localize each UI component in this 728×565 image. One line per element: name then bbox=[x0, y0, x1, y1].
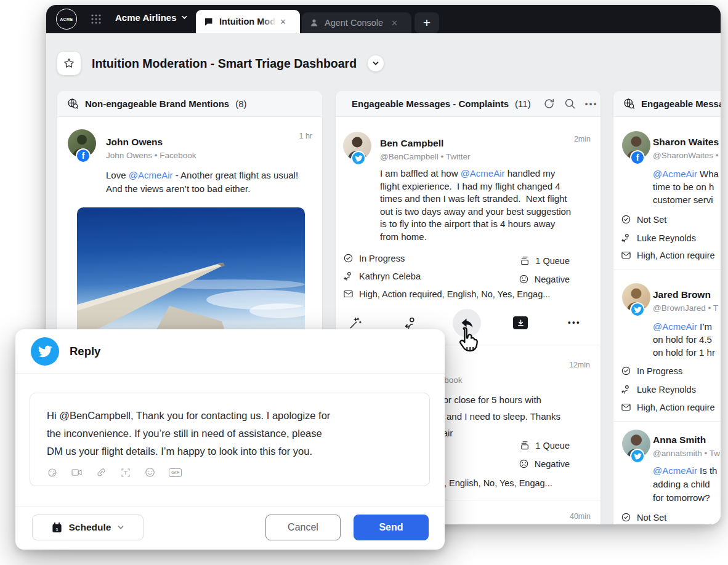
video-icon[interactable] bbox=[71, 467, 83, 478]
reply-textarea[interactable]: Hi @BenCampbell, Thank you for contactin… bbox=[30, 393, 430, 486]
post-text: Love @AcmeAir - Another great flight as … bbox=[106, 169, 298, 196]
mention-link[interactable]: @AcmeAir bbox=[129, 170, 173, 180]
queue-field: 1 Queue bbox=[519, 255, 570, 266]
assign-button[interactable] bbox=[404, 316, 418, 330]
reply-message: Hi @BenCampbell, Thank you for contactin… bbox=[47, 407, 330, 460]
dashboard-menu-button[interactable] bbox=[368, 55, 384, 71]
post-handle: @BrownJared • T bbox=[653, 303, 718, 313]
post-handle: @SharonWaites • bbox=[653, 151, 718, 160]
acme-logo-text: ACME bbox=[60, 17, 73, 22]
tab-intuition-moderation[interactable]: Intuition Moder ✕ bbox=[196, 10, 300, 33]
workspace-selector[interactable]: Acme Airlines bbox=[115, 12, 188, 23]
app-launcher-icon[interactable] bbox=[91, 14, 102, 25]
post-time: 40min bbox=[570, 512, 591, 521]
workspace-label: Acme Airlines bbox=[115, 12, 177, 23]
tags-field: High, Action require bbox=[621, 402, 715, 412]
mention-link[interactable]: @AcmeAir bbox=[653, 321, 697, 332]
topbar: ACME Acme Airlines Intuition Moder ✕ bbox=[46, 5, 721, 33]
screen: ACME Acme Airlines Intuition Moder ✕ bbox=[0, 0, 728, 565]
tab-agent-console[interactable]: Agent Console ✕ bbox=[302, 12, 411, 33]
dashboard-title-row: Intuition Moderation - Smart Triage Dash… bbox=[57, 52, 384, 75]
column-header[interactable]: Non-engageable Brand Mentions (8) bbox=[57, 91, 322, 117]
mention-link[interactable]: @AcmeAir bbox=[461, 168, 505, 178]
post-text: I am baffled at how @AcmeAir handled my … bbox=[380, 167, 571, 243]
post-author: Sharon Waites bbox=[653, 137, 719, 148]
mention-link[interactable]: @AcmeAir bbox=[653, 169, 697, 179]
twitter-icon bbox=[351, 151, 366, 166]
assignee-icon bbox=[343, 271, 354, 281]
tags-icon bbox=[343, 289, 354, 299]
chevron-down-icon bbox=[372, 60, 379, 67]
reply-modal-header: Reply bbox=[15, 329, 445, 374]
close-tab-icon[interactable]: ✕ bbox=[280, 18, 286, 26]
send-button[interactable]: Send bbox=[354, 515, 429, 540]
post-time: 2min bbox=[574, 135, 591, 143]
post-handle: @BenCampbell • Twitter bbox=[380, 152, 471, 161]
twitter-icon bbox=[630, 302, 645, 317]
tags-field: High, Action required, English, No, Yes,… bbox=[343, 289, 550, 299]
post-divider bbox=[613, 270, 721, 270]
column-title: Non-engageable Brand Mentions bbox=[85, 98, 229, 109]
post-author: John Owens bbox=[106, 137, 163, 148]
mention-link[interactable]: @AcmeAir bbox=[653, 465, 697, 476]
twitter-icon bbox=[630, 449, 645, 463]
column-engageable-2: Engageable Messa f Sharon Waites @Sharon… bbox=[613, 91, 721, 524]
text-format-icon[interactable] bbox=[120, 467, 131, 478]
modal-footer-divider bbox=[15, 506, 445, 507]
acme-logo[interactable]: ACME bbox=[56, 9, 77, 30]
negative-sentiment-icon bbox=[519, 459, 529, 469]
tags-icon bbox=[621, 402, 631, 412]
more-options-icon[interactable]: ••• bbox=[585, 99, 598, 108]
close-tab-icon[interactable]: ✕ bbox=[391, 19, 398, 27]
status-field: In Progress bbox=[343, 253, 405, 263]
status-icon bbox=[621, 512, 631, 523]
facebook-icon: f bbox=[76, 148, 91, 163]
post-handle: John Owens • Facebook bbox=[106, 151, 196, 160]
more-actions-icon[interactable]: ••• bbox=[568, 318, 581, 327]
post-text-fragment: d for close for 5 hours with ate and I n… bbox=[433, 391, 560, 441]
new-tab-button[interactable]: + bbox=[415, 12, 439, 33]
archive-button[interactable] bbox=[513, 316, 528, 329]
emoji-icon[interactable] bbox=[144, 467, 156, 478]
tags-icon bbox=[621, 250, 631, 260]
column-header[interactable]: Engageable Messa bbox=[613, 91, 721, 117]
status-icon bbox=[343, 253, 354, 263]
link-icon[interactable] bbox=[95, 467, 107, 478]
queue-field: 1 Queue bbox=[519, 440, 570, 451]
schedule-button[interactable]: 1 Schedule bbox=[32, 515, 144, 540]
column-header[interactable]: Engageable Messages - Complaints (11) ••… bbox=[336, 91, 601, 117]
assignee-field: Luke Reynolds bbox=[621, 384, 696, 395]
post-author: Jared Brown bbox=[653, 289, 711, 300]
status-field: Not Set bbox=[621, 214, 666, 225]
compose-toolbar: GIF bbox=[47, 467, 182, 478]
tags-field-fragment: red, English, No, Yes, Engag... bbox=[431, 478, 552, 488]
favorite-button[interactable] bbox=[57, 52, 81, 75]
post-text: @AcmeAir Is th adding a child for tomorr… bbox=[653, 464, 717, 505]
facebook-icon: f bbox=[630, 150, 645, 165]
assignee-icon bbox=[621, 384, 631, 395]
post-photo-airplane-wing[interactable] bbox=[77, 207, 305, 340]
tab-label: Intuition Moder bbox=[219, 17, 276, 26]
sticker-icon[interactable] bbox=[47, 467, 58, 478]
cancel-button[interactable]: Cancel bbox=[265, 515, 341, 540]
post-text: @AcmeAir Wha time to be on h customer se… bbox=[653, 167, 719, 206]
refresh-icon[interactable] bbox=[543, 98, 555, 110]
assignee-field: Kathryn Celeba bbox=[343, 271, 421, 281]
post-author: Ben Campbell bbox=[380, 138, 443, 149]
search-icon[interactable] bbox=[564, 98, 576, 110]
sentiment-field: Negative bbox=[519, 459, 570, 469]
folder-download-icon bbox=[517, 319, 525, 327]
svg-text:1: 1 bbox=[55, 527, 58, 532]
listening-globe-icon bbox=[623, 98, 635, 110]
negative-sentiment-icon bbox=[519, 274, 529, 284]
post-author: Anna Smith bbox=[653, 435, 706, 446]
star-icon bbox=[63, 57, 75, 70]
assignee-icon bbox=[621, 233, 631, 243]
post-time: 1 hr bbox=[299, 132, 312, 140]
queue-icon bbox=[519, 255, 530, 266]
status-icon bbox=[621, 366, 631, 376]
page-title: Intuition Moderation - Smart Triage Dash… bbox=[92, 57, 357, 71]
smart-compose-button[interactable] bbox=[349, 316, 362, 330]
gif-icon[interactable]: GIF bbox=[169, 468, 182, 477]
column-title: Engageable Messages - Complaints bbox=[352, 98, 509, 109]
